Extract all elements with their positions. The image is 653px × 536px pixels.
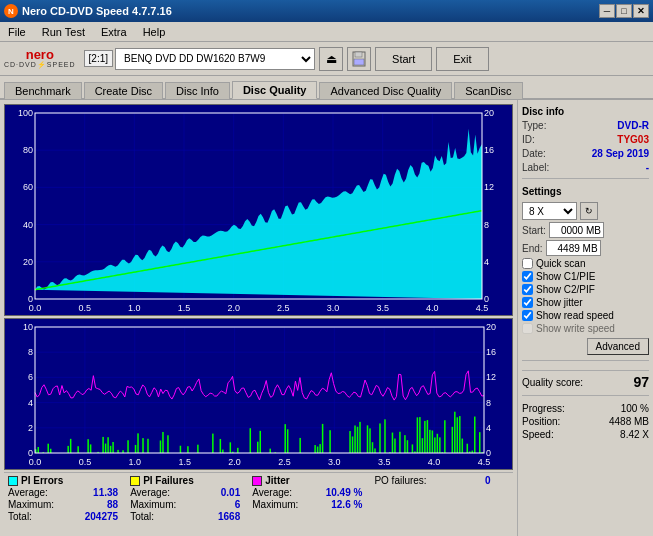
date-row: Date: 28 Sep 2019: [522, 148, 649, 159]
show-c1pie-checkbox[interactable]: [522, 271, 533, 282]
pi-errors-icon: [8, 476, 18, 486]
menu-extra[interactable]: Extra: [97, 25, 131, 39]
app-icon: N: [4, 4, 18, 18]
refresh-button[interactable]: ↻: [580, 202, 598, 220]
title-bar: N Nero CD-DVD Speed 4.7.7.16 ─ □ ✕: [0, 0, 653, 22]
quick-scan-row[interactable]: Quick scan: [522, 258, 649, 269]
pi-failures-avg-value: 0.01: [180, 487, 240, 498]
label-label: Label:: [522, 162, 549, 173]
show-c2pif-label: Show C2/PIF: [536, 284, 595, 295]
show-c2pif-checkbox[interactable]: [522, 284, 533, 295]
id-label: ID:: [522, 134, 535, 145]
title-bar-controls[interactable]: ─ □ ✕: [599, 4, 649, 18]
id-row: ID: TYG03: [522, 134, 649, 145]
drive-dropdown[interactable]: BENQ DVD DD DW1620 B7W9: [115, 48, 315, 70]
main-content: PI Errors Average: 11.38 Maximum: 88 Tot…: [0, 100, 653, 536]
date-label: Date:: [522, 148, 546, 159]
start-label: Start:: [522, 225, 546, 236]
menu-help[interactable]: Help: [139, 25, 170, 39]
nero-logo: nero CD·DVD⚡SPEED: [4, 48, 76, 69]
jitter-avg-label: Average:: [252, 487, 292, 498]
menu-file[interactable]: File: [4, 25, 30, 39]
save-button[interactable]: [347, 47, 371, 71]
advanced-button[interactable]: Advanced: [587, 338, 649, 355]
start-input[interactable]: [549, 222, 604, 238]
tab-create-disc[interactable]: Create Disc: [84, 82, 163, 99]
show-read-speed-row[interactable]: Show read speed: [522, 310, 649, 321]
pi-failures-icon: [130, 476, 140, 486]
progress-value: 100 %: [621, 403, 649, 414]
show-write-speed-checkbox: [522, 323, 533, 334]
label-row: Label: -: [522, 162, 649, 173]
jitter-legend: Jitter Average: 10.49 % Maximum: 12.6 %: [252, 475, 362, 510]
maximize-button[interactable]: □: [616, 4, 632, 18]
jitter-max-label: Maximum:: [252, 499, 298, 510]
show-read-speed-checkbox[interactable]: [522, 310, 533, 321]
nero-logo-text: nero: [26, 48, 54, 61]
show-jitter-label: Show jitter: [536, 297, 583, 308]
pi-failures-avg-label: Average:: [130, 487, 170, 498]
show-c1pie-row[interactable]: Show C1/PIE: [522, 271, 649, 282]
pi-errors-total-label: Total:: [8, 511, 32, 522]
tab-benchmark[interactable]: Benchmark: [4, 82, 82, 99]
menu-run-test[interactable]: Run Test: [38, 25, 89, 39]
pi-failures-legend: PI Failures Average: 0.01 Maximum: 6 Tot…: [130, 475, 240, 522]
bottom-chart: [4, 318, 513, 470]
settings-title: Settings: [522, 186, 649, 197]
nero-logo-sub: CD·DVD⚡SPEED: [4, 61, 76, 69]
quick-scan-label: Quick scan: [536, 258, 585, 269]
minimize-button[interactable]: ─: [599, 4, 615, 18]
speed-value: 8.42 X: [620, 429, 649, 440]
tab-scan-disc[interactable]: ScanDisc: [454, 82, 522, 99]
end-input[interactable]: [546, 240, 601, 256]
tabs-bar: Benchmark Create Disc Disc Info Disc Qua…: [0, 76, 653, 100]
progress-section: Progress: 100 % Position: 4488 MB Speed:…: [522, 403, 649, 440]
app-title: Nero CD-DVD Speed 4.7.7.16: [22, 5, 172, 17]
pi-errors-avg-label: Average:: [8, 487, 48, 498]
divider-3: [522, 395, 649, 396]
id-value: TYG03: [617, 134, 649, 145]
settings-section: 8 X ↻ Start: End: Quick scan Show C1/PIE: [522, 202, 649, 355]
exit-button[interactable]: Exit: [436, 47, 488, 71]
show-jitter-row[interactable]: Show jitter: [522, 297, 649, 308]
pi-failures-max-label: Maximum:: [130, 499, 176, 510]
title-bar-left: N Nero CD-DVD Speed 4.7.7.16: [4, 4, 172, 18]
type-label: Type:: [522, 120, 546, 131]
tab-advanced-disc-quality[interactable]: Advanced Disc Quality: [319, 82, 452, 99]
pi-failures-total-label: Total:: [130, 511, 154, 522]
jitter-max-value: 12.6 %: [302, 499, 362, 510]
show-write-speed-row: Show write speed: [522, 323, 649, 334]
show-c1pie-label: Show C1/PIE: [536, 271, 595, 282]
po-failures-label: PO failures:: [374, 475, 426, 486]
quality-score-row: Quality score: 97: [522, 370, 649, 390]
type-value: DVD-R: [617, 120, 649, 131]
sidebar: Disc info Type: DVD-R ID: TYG03 Date: 28…: [517, 100, 653, 536]
pi-failures-max-value: 6: [180, 499, 240, 510]
show-jitter-checkbox[interactable]: [522, 297, 533, 308]
tab-disc-quality[interactable]: Disc Quality: [232, 81, 318, 99]
eject-button[interactable]: ⏏: [319, 47, 343, 71]
pi-errors-total-value: 204275: [58, 511, 118, 522]
charts-area: PI Errors Average: 11.38 Maximum: 88 Tot…: [0, 100, 517, 536]
quick-scan-checkbox[interactable]: [522, 258, 533, 269]
drive-selector: [2:1] BENQ DVD DD DW1620 B7W9: [84, 48, 315, 70]
tab-disc-info[interactable]: Disc Info: [165, 82, 230, 99]
show-read-speed-label: Show read speed: [536, 310, 614, 321]
start-button[interactable]: Start: [375, 47, 432, 71]
pi-errors-max-value: 88: [58, 499, 118, 510]
top-chart: [4, 104, 513, 316]
show-c2pif-row[interactable]: Show C2/PIF: [522, 284, 649, 295]
close-button[interactable]: ✕: [633, 4, 649, 18]
start-mb-row: Start:: [522, 222, 649, 238]
po-failures-legend: PO failures: 0: [374, 475, 490, 486]
progress-label: Progress:: [522, 403, 565, 414]
speed-label: Speed:: [522, 429, 554, 440]
jitter-avg-value: 10.49 %: [302, 487, 362, 498]
speed-dropdown[interactable]: 8 X: [522, 202, 577, 220]
pi-failures-total-value: 1668: [180, 511, 240, 522]
pi-errors-max-label: Maximum:: [8, 499, 54, 510]
svg-rect-2: [354, 59, 364, 65]
pi-errors-avg-value: 11.38: [58, 487, 118, 498]
divider-1: [522, 178, 649, 179]
drive-label: [2:1]: [84, 50, 113, 67]
